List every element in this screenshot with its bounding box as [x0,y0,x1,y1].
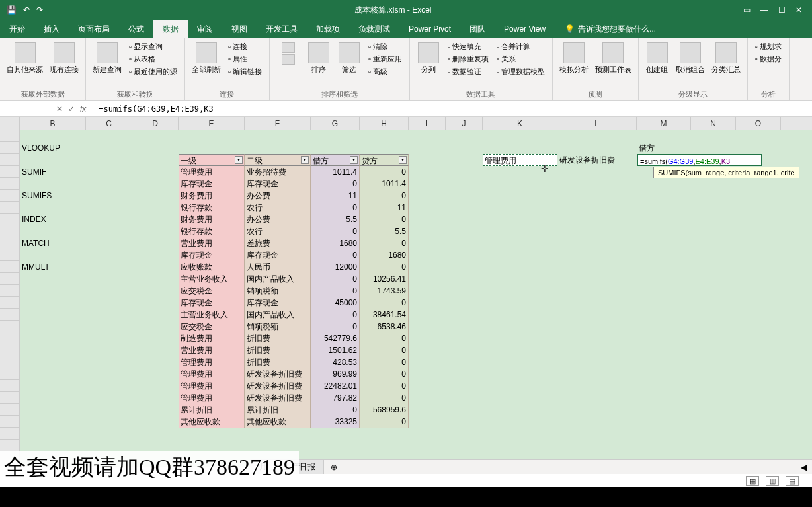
flash-fill-button[interactable]: 快速填充 [446,41,491,52]
data-model-button[interactable]: 管理数据模型 [495,66,547,77]
cell[interactable]: INDEX [20,214,86,225]
whatif-button[interactable]: 模拟分析 [558,41,590,76]
row-header[interactable] [0,154,19,166]
cell[interactable]: 研发设备折旧费 [245,392,311,404]
cell[interactable]: 差旅费 [245,237,311,249]
cell[interactable]: 库存现金 [245,249,311,261]
row-header[interactable] [0,178,19,190]
cell[interactable]: 568959.6 [360,404,409,416]
add-sheet-button[interactable]: ⊕ [324,461,344,473]
cell[interactable]: 银行存款 [179,225,245,237]
minimize-icon[interactable]: — [760,5,768,15]
cell[interactable]: VLOOKUP [20,142,86,154]
row-header[interactable] [0,309,19,321]
cell[interactable]: 0 [311,309,360,321]
cell[interactable]: 贷方▾ [360,154,409,166]
row-header[interactable] [0,356,19,368]
show-queries-button[interactable]: 显示查询 [127,41,179,52]
cell[interactable]: 0 [360,380,409,392]
cell[interactable]: MMULT [20,261,86,273]
cell[interactable]: 应交税金 [179,285,245,297]
cell[interactable]: 制造费用 [179,332,245,344]
row-header[interactable] [0,202,19,214]
formula-input[interactable]: =sumifs(G4:G39,E4:E39,K3 [93,104,812,114]
cell[interactable]: 业务招待费 [245,166,311,178]
cell[interactable]: 国内产品收入 [245,273,311,285]
cell[interactable]: 5.5 [360,225,409,237]
cell[interactable]: 应交税金 [179,321,245,332]
row-header[interactable] [0,392,19,404]
cell[interactable]: 0 [311,404,360,416]
cell[interactable]: 0 [360,368,409,380]
forecast-sheet-button[interactable]: 预测工作表 [594,41,633,76]
fx-icon[interactable]: fx [80,104,86,114]
cell[interactable]: 二级▾ [245,154,311,166]
cell[interactable]: 主营业务收入 [179,273,245,285]
cell[interactable]: 管理费用 [483,154,557,166]
row-header[interactable] [0,321,19,332]
tab-loadtest[interactable]: 负载测试 [349,20,399,38]
close-icon[interactable]: ✕ [795,5,802,15]
row-header[interactable] [0,332,19,344]
cell[interactable]: 应收账款 [179,261,245,273]
ungroup-button[interactable]: 取消组合 [674,41,706,76]
col-header-C[interactable]: C [86,117,132,130]
properties-button[interactable]: 属性 [226,54,264,65]
cell[interactable]: 办公费 [245,214,311,225]
tab-powerpivot[interactable]: Power Pivot [399,20,460,38]
select-all-corner[interactable] [0,117,20,130]
cell[interactable]: 0 [360,392,409,404]
row-header[interactable] [0,214,19,225]
cell[interactable]: 营业费用 [179,237,245,249]
existing-connections-button[interactable]: 现有连接 [48,41,80,76]
cell[interactable]: 1011.4 [360,178,409,190]
cell[interactable]: 借方▾ [311,154,360,166]
cell[interactable]: 库存现金 [179,178,245,190]
tab-addins[interactable]: 加载项 [307,20,349,38]
cell[interactable]: 农行 [245,225,311,237]
row-header[interactable] [0,285,19,297]
filter-dropdown-icon[interactable]: ▾ [350,156,358,164]
sort-az-button[interactable] [275,41,302,66]
cell[interactable]: 11 [360,202,409,214]
enter-formula-icon[interactable]: ✓ [68,104,75,114]
cell[interactable]: 研发设备折旧费 [245,380,311,392]
col-header-M[interactable]: M [637,117,691,130]
cell[interactable]: 10256.41 [360,273,409,285]
data-analysis-button[interactable]: 数据分 [753,54,784,65]
cell[interactable]: 折旧费 [245,344,311,356]
page-break-view-icon[interactable]: ▤ [786,476,799,486]
col-header-B[interactable]: B [20,117,86,130]
cell[interactable]: 其他应收款 [179,416,245,428]
edit-links-button[interactable]: 编辑链接 [226,66,264,77]
cell[interactable]: 国内产品收入 [245,309,311,321]
from-table-button[interactable]: 从表格 [127,54,179,65]
filter-dropdown-icon[interactable]: ▾ [301,156,309,164]
cell[interactable]: 一级▾ [179,154,245,166]
cell[interactable]: 农行 [245,202,311,214]
cell[interactable]: 0 [360,344,409,356]
cell[interactable]: 0 [360,356,409,368]
cell[interactable]: 0 [360,190,409,202]
cell[interactable]: 管理费用 [179,166,245,178]
col-header-J[interactable]: J [446,117,483,130]
cell[interactable]: SUMIFS [20,190,86,202]
cell[interactable]: MATCH [20,237,86,249]
cell[interactable]: 428.53 [311,356,360,368]
solver-button[interactable]: 规划求 [753,41,784,52]
row-header[interactable] [0,344,19,356]
cell[interactable]: 管理费用 [179,356,245,368]
active-cell[interactable]: =sumifs(G4:G39,E4:E39,K3 [637,154,762,166]
cell[interactable]: 0 [360,332,409,344]
tab-dev[interactable]: 开发工具 [257,20,307,38]
cancel-formula-icon[interactable]: ✕ [56,104,63,114]
cell[interactable]: 管理费用 [179,380,245,392]
cell[interactable]: 0 [311,321,360,332]
cell[interactable]: 0 [360,261,409,273]
filter-button[interactable]: 筛选 [336,41,362,76]
tab-insert[interactable]: 插入 [34,20,69,38]
cell[interactable]: 财务费用 [179,214,245,225]
advanced-filter-button[interactable]: 高级 [366,66,404,77]
sort-button[interactable]: 排序 [305,41,332,76]
cell[interactable]: 人民币 [245,261,311,273]
